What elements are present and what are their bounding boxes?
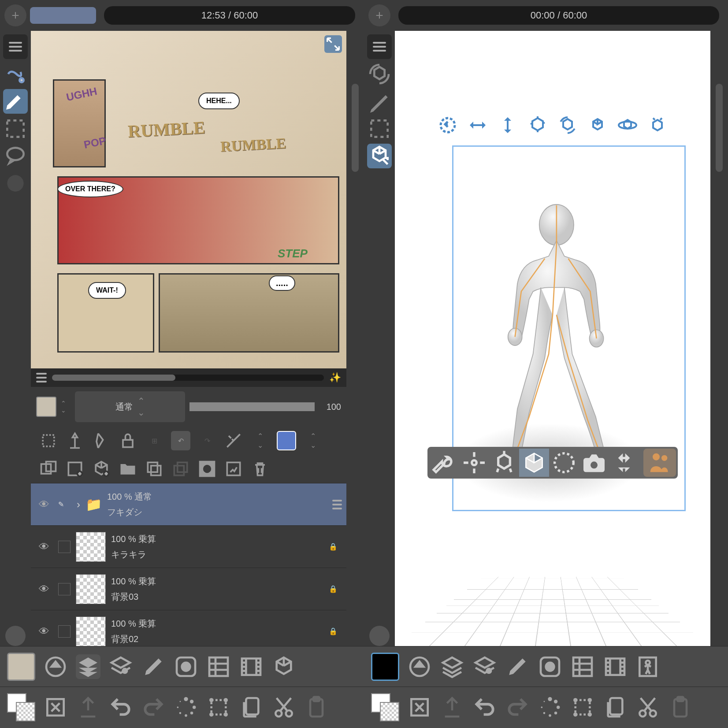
figure-icon[interactable] [635,654,660,679]
brush-settings-icon[interactable] [141,654,166,679]
layer-checkbox[interactable] [58,583,71,595]
blend-mode-dropdown[interactable]: 通常⌃⌄ [75,391,185,422]
loading-icon[interactable] [174,695,198,720]
undo-icon[interactable] [472,695,497,720]
delete-layer-icon[interactable] [250,459,270,479]
layer-checkbox[interactable] [58,541,71,553]
duplicate-icon[interactable] [145,459,164,479]
link-lock-icon[interactable]: 🔒 [329,542,342,551]
transform-icon[interactable] [570,695,595,720]
shelf-icon[interactable] [206,654,231,679]
record-icon[interactable] [174,654,198,679]
canvas-left[interactable]: UGHH POP RUMBLE RUMBLE HEHE... OVER THER… [31,31,346,646]
lp-scrollbar[interactable] [52,375,324,381]
layer-crop-icon[interactable] [39,431,58,450]
rotate-icon[interactable] [549,449,579,477]
opacity-slider[interactable] [189,402,315,411]
cube-solid-icon[interactable] [519,449,549,477]
layer-menu-icon[interactable] [332,500,342,509]
selection-tool-icon[interactable] [367,116,392,141]
film-icon[interactable] [239,654,264,679]
mini-color-swatches[interactable] [7,693,35,721]
layer-color-chip[interactable] [277,431,296,450]
sublayers-icon[interactable] [472,654,497,679]
side-color-circle[interactable] [5,626,26,646]
fx-icon[interactable] [224,459,243,479]
menu-button[interactable] [3,34,28,59]
layer-ruler-icon[interactable] [224,431,243,450]
brush-settings-icon[interactable] [505,654,530,679]
mask-circle-icon[interactable] [197,459,217,479]
right-scrollbar-left-pane[interactable] [346,31,364,646]
lasso-tool-icon[interactable] [3,62,28,86]
sublayers-icon[interactable] [108,654,133,679]
cube-axis-icon[interactable] [489,449,519,477]
link-lock-icon[interactable]: 🔒 [329,585,342,593]
mannequin-figure[interactable] [473,197,632,479]
visibility-icon[interactable]: 👁 [35,498,53,511]
mini-color-swatches[interactable] [371,693,399,721]
layer-row-bg02[interactable]: 👁 100 % 乗算 背景02 🔒 [31,610,346,646]
camera-icon[interactable] [579,449,609,477]
layer-row-bg03[interactable]: 👁 100 % 乗算 背景03 🔒 [31,568,346,610]
rotate-gizmo-icon[interactable] [437,115,458,136]
add-button[interactable]: + [4,4,26,26]
primary-color-swatch[interactable] [7,653,35,681]
cube-rotate-gizmo-icon[interactable] [557,115,578,136]
record-icon[interactable] [538,654,562,679]
clear-icon[interactable] [407,695,432,720]
new-3d-icon[interactable] [92,459,111,479]
color-chip-stepper[interactable]: ⌃⌄ [303,431,323,450]
copy-icon[interactable] [603,695,628,720]
move-x-gizmo-icon[interactable] [467,115,488,136]
undo-icon[interactable] [108,695,133,720]
layer-reference-icon[interactable] [65,431,85,450]
link-lock-icon[interactable]: 🔒 [329,627,342,635]
visibility-icon[interactable]: 👁 [35,541,53,553]
visibility-icon[interactable]: 👁 [35,583,53,595]
color-stepper[interactable]: ⌃⌄ [61,400,71,414]
new-vector-icon[interactable] [65,459,85,479]
lp-menu-icon[interactable] [36,373,47,383]
expand-arrow-icon[interactable]: › [77,498,80,511]
layer-row-kirakira[interactable]: 👁 100 % 乗算 キラキラ 🔒 [31,525,346,568]
new-folder-icon[interactable] [118,459,137,479]
cube-snap-gizmo-icon[interactable] [647,115,668,136]
nav-icon[interactable] [43,654,68,679]
layer-checkbox[interactable] [58,625,71,638]
nav-icon[interactable] [407,654,432,679]
side-color-circle[interactable] [369,626,390,646]
primary-color-swatch[interactable] [371,653,399,681]
cut-icon[interactable] [635,695,660,720]
expand-icon[interactable] [324,35,342,53]
visibility-icon[interactable]: 👁 [35,625,53,638]
shelf-icon[interactable] [570,654,595,679]
layers-icon[interactable] [76,654,100,679]
flip-icon[interactable] [609,449,639,477]
title-pill[interactable] [30,7,96,24]
people-icon[interactable] [643,449,676,477]
cube-move-gizmo-icon[interactable] [527,115,548,136]
canvas-right[interactable] [395,31,710,646]
cube-orbit-gizmo-icon[interactable] [617,115,638,136]
layer-row-folder[interactable]: 👁 ✎ › 📁 100 % 通常 フキダシ [31,483,346,525]
layer-lock-icon[interactable] [118,431,137,450]
loading-icon[interactable] [538,695,562,720]
pen-tool-icon[interactable] [367,89,392,114]
right-scrollbar-right-pane[interactable] [710,31,728,646]
layer-undo-icon[interactable]: ↶ [171,431,190,450]
cube-icon[interactable] [271,654,296,679]
menu-button[interactable] [367,34,392,59]
selection-tool-icon[interactable] [3,116,28,141]
new-layer-icon[interactable] [39,459,58,479]
color-tool-icon[interactable] [3,171,28,196]
cube-sync-icon[interactable] [367,62,392,86]
copy-icon[interactable] [239,695,264,720]
cube-scale-gizmo-icon[interactable] [587,115,608,136]
target-icon[interactable] [459,449,489,477]
wand-icon[interactable]: ✨ [329,372,341,383]
wrench-icon[interactable] [429,449,459,477]
brush-tool-icon[interactable] [3,89,28,114]
transform-icon[interactable] [206,695,231,720]
layer-mask-icon[interactable] [92,431,111,450]
